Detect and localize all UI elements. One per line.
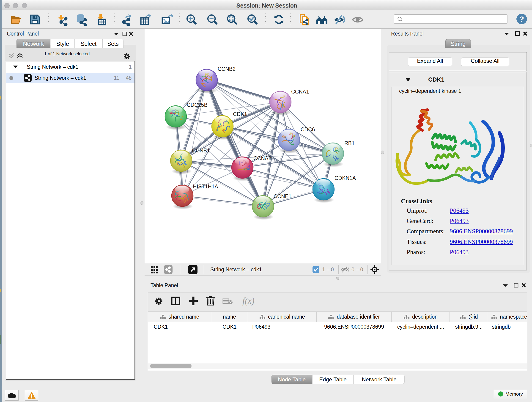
svg-text:CCNB1: CCNB1 (192, 148, 210, 153)
svg-text:CDC6: CDC6 (301, 127, 315, 133)
svg-text:CDKN1A: CDKN1A (335, 175, 356, 181)
svg-text:CCNA2: CCNA2 (253, 155, 271, 161)
svg-text:CCNA1: CCNA1 (291, 89, 309, 95)
svg-text:CDC25B: CDC25B (187, 102, 208, 108)
svg-text:CCNB2: CCNB2 (218, 66, 235, 72)
svg-text:CCNE1: CCNE1 (273, 193, 291, 199)
svg-text:RB1: RB1 (344, 140, 355, 146)
svg-text:HIST1H1A: HIST1H1A (193, 184, 218, 190)
svg-text:CDK1: CDK1 (233, 111, 247, 117)
